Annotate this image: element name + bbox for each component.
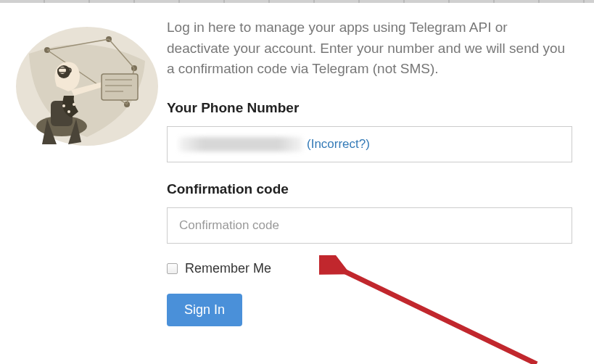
incorrect-link[interactable]: (Incorrect?) [307, 137, 370, 152]
svg-point-14 [62, 104, 65, 107]
remember-me-label: Remember Me [185, 261, 271, 276]
sign-in-button[interactable]: Sign In [167, 294, 242, 326]
login-description: Log in here to manage your apps using Te… [167, 17, 572, 80]
remember-me-checkbox[interactable] [167, 263, 178, 274]
svg-point-16 [73, 103, 75, 106]
svg-rect-17 [102, 74, 138, 100]
code-label: Confirmation code [167, 181, 572, 197]
confirmation-code-input[interactable] [167, 207, 572, 244]
svg-point-15 [67, 110, 70, 113]
main-container: Log in here to manage your apps using Te… [0, 3, 594, 326]
phone-display-box: (Incorrect?) [167, 126, 572, 162]
login-illustration [0, 17, 167, 326]
login-form: Log in here to manage your apps using Te… [167, 17, 594, 326]
phone-number-redacted [179, 137, 302, 152]
remember-me-row: Remember Me [167, 261, 572, 276]
telegram-core-illustration [7, 17, 160, 148]
phone-label: Your Phone Number [167, 100, 572, 116]
